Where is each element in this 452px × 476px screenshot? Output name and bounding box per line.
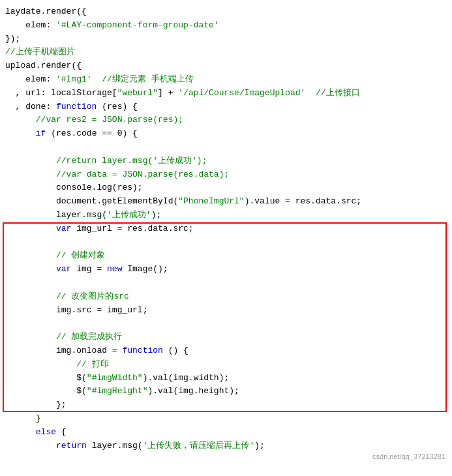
code-line: //var data = JSON.parse(res.data); — [0, 168, 452, 182]
line-content: , done: function (res) { — [5, 100, 447, 114]
code-line: elem: '#Img1' //绑定元素 手机端上传 — [0, 73, 452, 87]
line-content: layer.msg('上传成功'); — [5, 209, 447, 222]
line-content: img.onload = function () { — [5, 344, 447, 358]
line-content: $("#imgHeight").val(img.height); — [5, 385, 447, 398]
code-line — [0, 236, 452, 250]
code-line: elem: '#LAY-component-form-group-date' — [0, 19, 452, 33]
code-line: return layer.msg('上传失败，请压缩后再上传'); — [0, 439, 452, 453]
line-content: // 打印 — [5, 358, 447, 372]
line-content: else { — [5, 426, 447, 439]
line-content: //var res2 = JSON.parse(res); — [5, 113, 447, 127]
code-line: if (res.code == 0) { — [0, 127, 452, 141]
code-line: var img = new Image(); — [0, 263, 452, 276]
line-content: return layer.msg('上传失败，请压缩后再上传'); — [5, 439, 447, 453]
line-content: document.getElementById("PhoneImgUrl").v… — [5, 195, 447, 209]
code-line: upload.render({ — [0, 59, 452, 73]
line-content — [5, 317, 447, 331]
line-content — [5, 236, 447, 250]
code-line: , done: function (res) { — [0, 100, 452, 114]
line-content: // 改变图片的src — [5, 290, 447, 304]
code-line — [0, 276, 452, 290]
line-content: //上传手机端图片 — [5, 46, 447, 59]
line-content: elem: '#Img1' //绑定元素 手机端上传 — [5, 73, 447, 87]
code-line: layer.msg('上传成功'); — [0, 209, 452, 222]
code-line: img.src = img_url; — [0, 304, 452, 318]
code-line: // 打印 — [0, 358, 452, 372]
code-line: document.getElementById("PhoneImgUrl").v… — [0, 195, 452, 209]
code-line: } — [0, 412, 452, 426]
line-content — [5, 141, 447, 155]
line-content: $("#imgWidth").val(img.width); — [5, 372, 447, 385]
code-container: laydate.render({ elem: '#LAY-component-f… — [0, 0, 452, 476]
code-line — [0, 317, 452, 331]
code-line: console.log(res); — [0, 181, 452, 195]
code-block: laydate.render({ elem: '#LAY-component-f… — [0, 5, 452, 453]
code-line: $("#imgHeight").val(img.height); — [0, 385, 452, 398]
code-line: //return layer.msg('上传成功'); — [0, 155, 452, 168]
line-content: upload.render({ — [5, 59, 447, 73]
line-content — [5, 276, 447, 290]
line-content: elem: '#LAY-component-form-group-date' — [5, 19, 447, 33]
line-content: //var data = JSON.parse(res.data); — [5, 168, 447, 182]
code-line: }; — [0, 398, 452, 412]
code-line: var img_url = res.data.src; — [0, 222, 452, 236]
line-content: if (res.code == 0) { — [5, 127, 447, 141]
line-content: // 创建对象 — [5, 249, 447, 263]
watermark: csdn.net/qq_37213281 — [372, 451, 445, 463]
code-line: // 加载完成执行 — [0, 331, 452, 344]
code-line: }); — [0, 33, 452, 46]
code-line: //var res2 = JSON.parse(res); — [0, 113, 452, 127]
line-content: } — [5, 412, 447, 426]
line-content: }; — [5, 398, 447, 412]
line-content: //return layer.msg('上传成功'); — [5, 155, 447, 168]
line-content: }); — [5, 33, 447, 46]
line-content: img.src = img_url; — [5, 304, 447, 318]
line-content: laydate.render({ — [5, 5, 447, 19]
code-line: , url: localStorage["weburl"] + '/api/Co… — [0, 87, 452, 100]
code-line: else { — [0, 426, 452, 439]
line-content: , url: localStorage["weburl"] + '/api/Co… — [5, 87, 447, 100]
line-content: // 加载完成执行 — [5, 331, 447, 344]
code-line: $("#imgWidth").val(img.width); — [0, 372, 452, 385]
line-content: var img = new Image(); — [5, 263, 447, 276]
code-line: //上传手机端图片 — [0, 46, 452, 59]
code-line: // 创建对象 — [0, 249, 452, 263]
code-line: laydate.render({ — [0, 5, 452, 19]
code-line: img.onload = function () { — [0, 344, 452, 358]
line-content: console.log(res); — [5, 181, 447, 195]
code-line — [0, 141, 452, 155]
code-line: // 改变图片的src — [0, 290, 452, 304]
line-content: var img_url = res.data.src; — [5, 222, 447, 236]
